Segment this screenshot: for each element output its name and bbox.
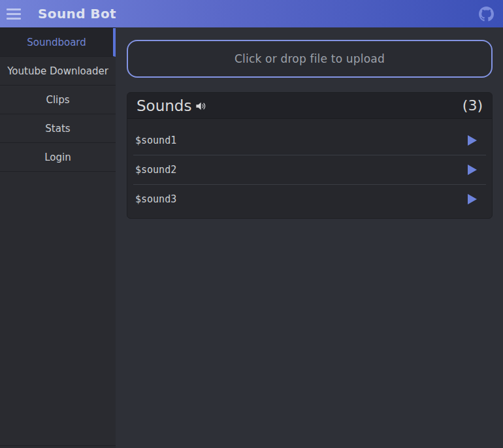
sidebar-item-label: Stats [45, 123, 70, 135]
sound-name: $sound2 [135, 164, 176, 176]
play-triangle-icon [468, 165, 477, 175]
sidebar-item-login[interactable]: Login [0, 143, 116, 172]
sounds-panel: Sounds (3) $sound1 [127, 92, 493, 219]
file-upload-dropzone[interactable]: Click or drop file to upload [127, 40, 493, 78]
sounds-panel-header: Sounds (3) [127, 93, 492, 119]
sound-row: $sound1 [133, 125, 486, 155]
play-triangle-icon [468, 135, 477, 146]
sidebar-item-clips[interactable]: Clips [0, 86, 116, 114]
sound-row: $sound3 [133, 184, 486, 214]
sound-name: $sound1 [135, 135, 176, 146]
sidebar-item-label: Soundboard [27, 37, 86, 48]
sidebar: Soundboard Youtube Downloader Clips Stat… [0, 27, 116, 448]
sidebar-item-soundboard[interactable]: Soundboard [0, 28, 116, 57]
volume-up-icon [195, 99, 207, 112]
sounds-title-text: Sounds [137, 97, 191, 114]
sound-name: $sound3 [135, 193, 176, 205]
sound-row: $sound2 [133, 155, 486, 184]
hamburger-bar [7, 13, 21, 15]
play-button[interactable] [464, 162, 480, 178]
app-title: Sound Bot [38, 6, 116, 22]
sidebar-item-label: Youtube Downloader [7, 65, 108, 77]
sounds-count-badge: (3) [462, 97, 483, 114]
play-button[interactable] [464, 133, 480, 148]
sound-list: $sound1 $sound2 $sound3 [127, 119, 492, 218]
play-button[interactable] [464, 191, 480, 207]
sidebar-item-youtube-downloader[interactable]: Youtube Downloader [0, 57, 116, 86]
hamburger-bar [7, 18, 21, 20]
play-triangle-icon [468, 194, 477, 204]
sidebar-item-label: Login [44, 152, 71, 163]
dropzone-label: Click or drop file to upload [235, 52, 385, 65]
hamburger-bar [7, 8, 21, 10]
sounds-panel-title: Sounds [137, 97, 207, 114]
main-content: Click or drop file to upload Sounds (3) [116, 27, 503, 448]
hamburger-icon[interactable] [5, 5, 22, 22]
app-header: Sound Bot [0, 0, 503, 27]
sidebar-item-stats[interactable]: Stats [0, 114, 116, 143]
github-icon[interactable] [479, 7, 494, 22]
sidebar-item-label: Clips [46, 94, 69, 106]
